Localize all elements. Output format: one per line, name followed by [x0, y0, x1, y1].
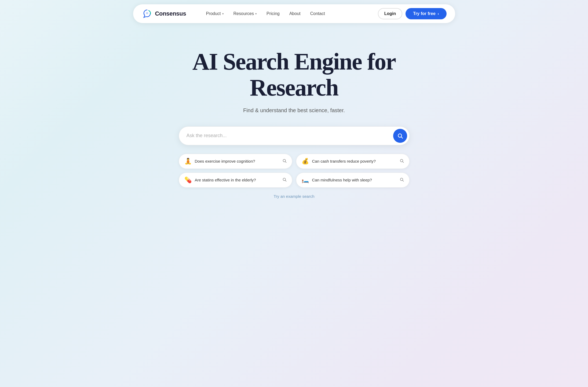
chip-search-icon-0 — [282, 159, 287, 164]
example-searches: 🧘 Does exercise improve cognition? 💰 Can… — [179, 154, 410, 188]
logo-link[interactable]: Consensus — [142, 8, 186, 19]
logo-icon — [142, 8, 152, 19]
example-chip-1[interactable]: 💰 Can cash transfers reduce poverty? — [296, 154, 410, 169]
chip-search-icon-1 — [400, 159, 404, 164]
navbar: Consensus Product ▾ Resources ▾ Pricing … — [133, 4, 455, 23]
chip-emoji-3: 🛏️ — [302, 177, 309, 184]
nav-actions: Login Try for free › — [378, 8, 447, 19]
chip-text-2: Are statins effective in the elderly? — [195, 178, 279, 182]
login-button[interactable]: Login — [378, 8, 403, 19]
chip-emoji-2: 💊 — [184, 177, 192, 184]
search-container — [179, 126, 410, 145]
chevron-down-icon: ▾ — [255, 12, 257, 16]
hero-title: AI Search Engine for Research — [187, 49, 401, 101]
chip-emoji-1: 💰 — [302, 158, 309, 165]
hero-subtitle: Find & understand the best science, fast… — [243, 107, 345, 114]
svg-point-0 — [146, 12, 148, 14]
search-input[interactable] — [187, 130, 393, 141]
example-chip-3[interactable]: 🛏️ Can mindfulness help with sleep? — [296, 173, 410, 188]
chevron-down-icon: ▾ — [222, 12, 224, 16]
svg-line-6 — [403, 162, 404, 163]
svg-line-8 — [285, 180, 286, 181]
example-chip-0[interactable]: 🧘 Does exercise improve cognition? — [179, 154, 292, 169]
chip-emoji-0: 🧘 — [184, 158, 192, 165]
hero-section: AI Search Engine for Research Find & und… — [0, 27, 588, 215]
nav-links: Product ▾ Resources ▾ Pricing About Cont… — [202, 9, 367, 18]
chip-text-3: Can mindfulness help with sleep? — [312, 178, 396, 182]
search-bar — [179, 126, 410, 145]
nav-item-contact[interactable]: Contact — [306, 9, 329, 18]
try-example-label[interactable]: Try an example search — [273, 194, 314, 199]
chip-search-icon-2 — [282, 177, 287, 183]
nav-item-pricing[interactable]: Pricing — [263, 9, 283, 18]
example-chip-2[interactable]: 💊 Are statins effective in the elderly? — [179, 173, 292, 188]
arrow-icon: › — [438, 12, 439, 16]
svg-line-4 — [285, 162, 286, 163]
search-icon — [397, 133, 403, 139]
chip-text-0: Does exercise improve cognition? — [195, 159, 279, 163]
nav-item-about[interactable]: About — [286, 9, 304, 18]
chip-search-icon-3 — [400, 177, 404, 183]
search-button[interactable] — [393, 129, 407, 143]
svg-line-2 — [401, 137, 403, 138]
try-for-free-button[interactable]: Try for free › — [406, 8, 446, 19]
nav-item-resources[interactable]: Resources ▾ — [230, 9, 261, 18]
nav-item-product[interactable]: Product ▾ — [202, 9, 227, 18]
svg-line-10 — [403, 180, 404, 181]
chip-text-1: Can cash transfers reduce poverty? — [312, 159, 396, 163]
navbar-wrapper: Consensus Product ▾ Resources ▾ Pricing … — [0, 0, 588, 27]
logo-text: Consensus — [155, 10, 186, 17]
